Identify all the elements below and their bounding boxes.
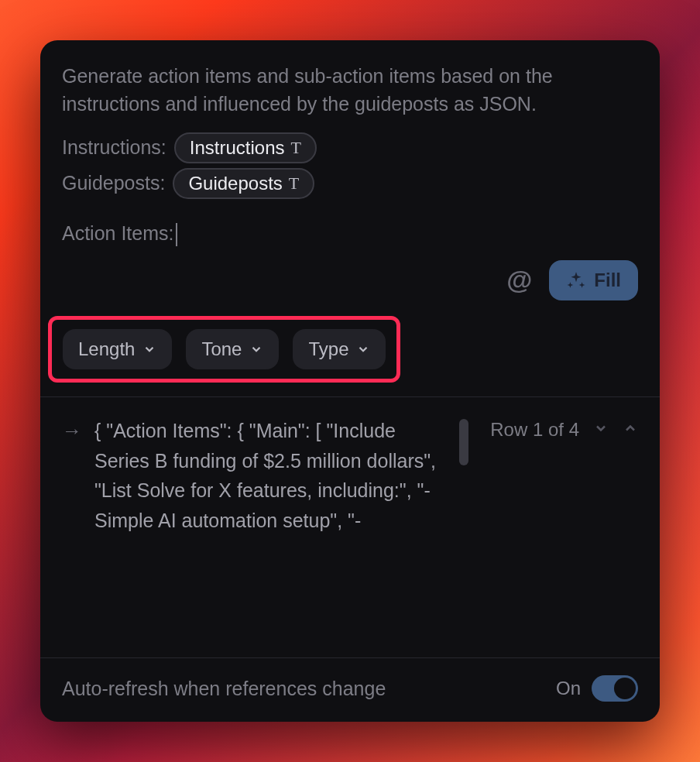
action-items-label[interactable]: Action Items:: [62, 222, 638, 246]
instructions-row: Instructions: Instructions T: [62, 132, 638, 163]
scrollbar-thumb[interactable]: [459, 419, 468, 465]
dropdown-row: Length Tone Type: [48, 316, 652, 383]
text-type-icon: T: [291, 138, 301, 158]
chip-text: Guideposts: [188, 173, 282, 194]
result-area: → { "Action Items": { "Main": [ "Include…: [40, 397, 660, 657]
instructions-chip[interactable]: Instructions T: [174, 132, 317, 163]
auto-refresh-toggle-group: On: [556, 675, 638, 702]
tone-dropdown[interactable]: Tone: [186, 329, 279, 369]
toggle-knob: [614, 678, 636, 699]
footer: Auto-refresh when references change On: [40, 658, 660, 722]
guideposts-row: Guideposts: Guideposts T: [62, 168, 638, 199]
chevron-down-icon: [142, 342, 156, 356]
prompt-area: Generate action items and sub-action ite…: [40, 40, 660, 246]
auto-refresh-toggle[interactable]: [592, 675, 638, 702]
chevron-down-icon: [356, 342, 370, 356]
chevron-down-icon: [593, 420, 609, 436]
chevron-up-icon: [623, 420, 638, 436]
pager-label: Row 1 of 4: [490, 419, 579, 441]
chip-text: Instructions: [190, 137, 285, 159]
sparkle-icon: [566, 270, 586, 290]
fill-label: Fill: [594, 269, 621, 291]
arrow-right-icon: →: [62, 416, 82, 657]
guideposts-chip[interactable]: Guideposts T: [173, 168, 314, 199]
pager-prev-button[interactable]: [623, 419, 638, 441]
text-type-icon: T: [289, 173, 299, 194]
mention-button[interactable]: @: [506, 265, 532, 295]
result-json-preview: { "Action Items": { "Main": [ "Include S…: [94, 416, 447, 657]
auto-refresh-label: Auto-refresh when references change: [62, 678, 386, 700]
guideposts-label: Guideposts:: [62, 172, 165, 194]
type-dropdown[interactable]: Type: [293, 329, 386, 369]
highlight-annotation: Length Tone Type: [48, 316, 400, 383]
fill-button[interactable]: Fill: [549, 260, 638, 300]
length-dropdown[interactable]: Length: [63, 329, 172, 369]
toggle-state-label: On: [556, 678, 581, 699]
row-pager: Row 1 of 4: [481, 416, 638, 657]
chevron-down-icon: [249, 342, 263, 356]
pager-next-button[interactable]: [593, 419, 609, 441]
settings-panel: Generate action items and sub-action ite…: [40, 40, 660, 722]
prompt-description: Generate action items and sub-action ite…: [62, 62, 638, 118]
prompt-toolbar: @ Fill: [40, 246, 660, 316]
instructions-label: Instructions:: [62, 136, 166, 159]
text-cursor: [176, 223, 177, 246]
